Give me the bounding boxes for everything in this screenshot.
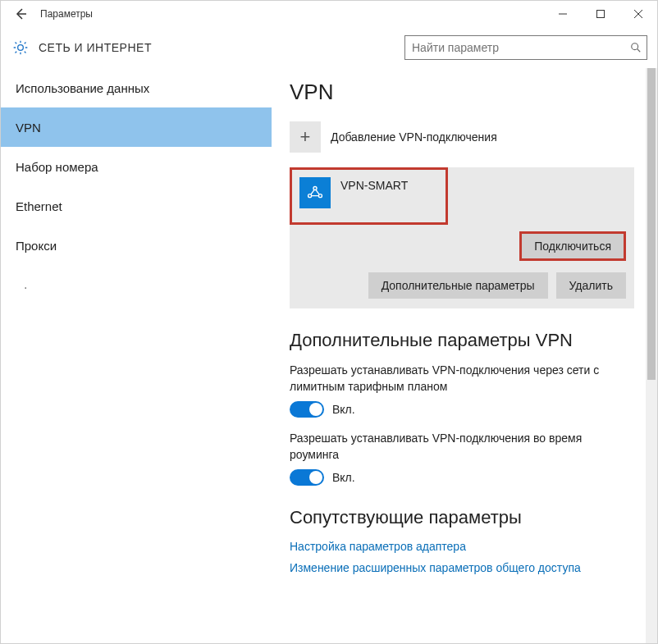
sidebar-item-data-usage[interactable]: Использование данных (1, 68, 272, 107)
section-title: СЕТЬ И ИНТЕРНЕТ (39, 41, 152, 54)
search-icon (630, 42, 642, 53)
header-bar: СЕТЬ И ИНТЕРНЕТ (1, 27, 657, 68)
setting-roaming: Разрешать устанавливать VPN-подключения … (290, 431, 618, 486)
back-arrow-icon (14, 7, 27, 21)
search-input[interactable] (412, 41, 630, 54)
toggle-metered[interactable] (290, 401, 324, 418)
toggle-knob (309, 403, 322, 416)
setting-label: Разрешать устанавливать VPN-подключения … (290, 431, 618, 463)
vertical-scrollbar[interactable] (646, 68, 657, 643)
toggle-roaming[interactable] (290, 469, 324, 486)
add-vpn-button[interactable]: + Добавление VPN-подключения (290, 121, 657, 153)
settings-window: Параметры СЕТЬ И ИНТЕРНЕТ (0, 0, 658, 644)
vpn-connection-name: VPN-SMART (340, 177, 408, 192)
network-icon (306, 184, 324, 202)
advanced-button[interactable]: Дополнительные параметры (368, 272, 548, 299)
connect-button[interactable]: Подключиться (521, 233, 624, 259)
gear-icon (12, 39, 29, 56)
title-bar: Параметры (1, 1, 657, 27)
vpn-connection-item[interactable]: VPN-SMART (290, 167, 448, 225)
vpn-icon (299, 177, 331, 208)
settings-gear-icon[interactable] (11, 38, 30, 57)
sidebar-item-label: Ethernet (16, 199, 62, 213)
vpn-connection-box: VPN-SMART Подключиться Дополнительные па… (290, 167, 634, 308)
toggle-knob (309, 471, 322, 484)
svg-point-3 (308, 194, 312, 198)
delete-button[interactable]: Удалить (556, 272, 626, 299)
svg-point-4 (318, 194, 322, 198)
link-advanced-sharing[interactable]: Изменение расширенных параметров общего … (290, 561, 657, 574)
window-controls (544, 1, 657, 27)
sidebar-item-ethernet[interactable]: Ethernet (1, 186, 272, 226)
minimize-icon (559, 10, 567, 18)
sidebar-item-proxy[interactable]: Прокси (1, 226, 272, 265)
sidebar-item-label: VPN (16, 121, 41, 135)
sidebar-item-vpn[interactable]: VPN (1, 107, 272, 147)
sidebar-item-dialup[interactable]: Набор номера (1, 147, 272, 186)
body: Использование данных VPN Набор номера Et… (1, 68, 657, 643)
close-icon (634, 10, 642, 18)
sidebar-item-label: Прокси (16, 239, 57, 253)
search-box[interactable] (404, 35, 647, 60)
svg-point-1 (632, 43, 638, 50)
link-adapter-settings[interactable]: Настройка параметров адаптера (290, 540, 657, 553)
main-content: VPN + Добавление VPN-подключения (272, 68, 657, 643)
scrollbar-thumb[interactable] (647, 68, 656, 380)
toggle-row: Вкл. (290, 401, 618, 418)
secondary-button-row: Дополнительные параметры Удалить (290, 266, 634, 299)
sidebar-item-label: Набор номера (16, 160, 98, 174)
toggle-state: Вкл. (332, 471, 355, 484)
setting-label: Разрешать устанавливать VPN-подключения … (290, 363, 618, 395)
close-button[interactable] (619, 1, 657, 27)
highlight-connect: Подключиться (519, 231, 626, 261)
window-title: Параметры (40, 8, 93, 20)
toggle-state: Вкл. (332, 403, 355, 416)
sidebar-dot: . (1, 265, 272, 304)
add-vpn-label: Добавление VPN-подключения (331, 130, 497, 144)
connect-button-row: Подключиться (290, 225, 634, 261)
toggle-row: Вкл. (290, 469, 618, 486)
svg-rect-0 (597, 11, 605, 18)
plus-icon: + (290, 121, 321, 153)
maximize-icon (596, 10, 605, 18)
maximize-button[interactable] (582, 1, 619, 27)
minimize-button[interactable] (544, 1, 582, 27)
svg-point-2 (313, 186, 317, 190)
extra-params-heading: Дополнительные параметры VPN (290, 330, 657, 351)
sidebar: Использование данных VPN Набор номера Et… (1, 68, 272, 643)
page-title: VPN (290, 80, 657, 105)
highlight-connection: VPN-SMART (290, 167, 448, 225)
back-button[interactable] (7, 1, 34, 27)
setting-metered: Разрешать устанавливать VPN-подключения … (290, 363, 618, 418)
sidebar-item-label: Использование данных (16, 81, 149, 95)
related-heading: Сопутствующие параметры (290, 507, 657, 528)
